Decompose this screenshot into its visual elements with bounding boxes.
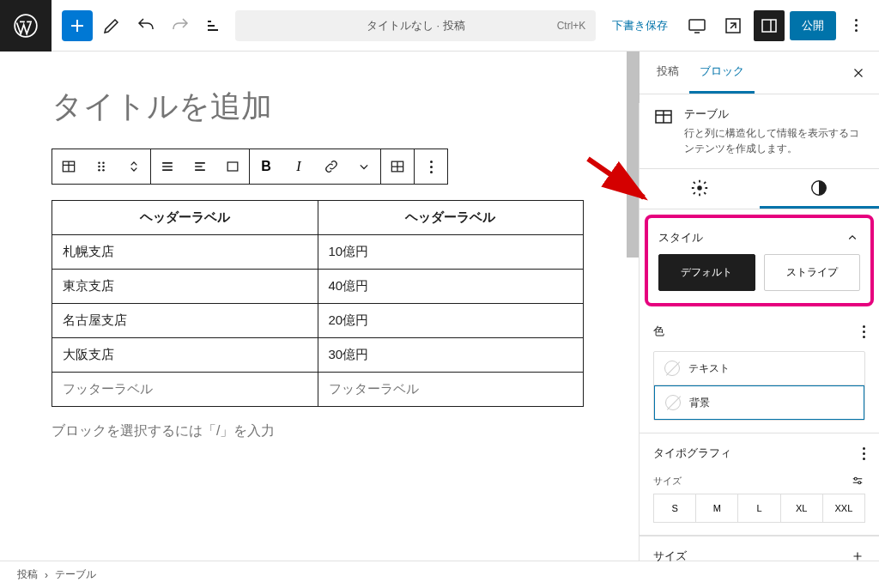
table-header-cell[interactable]: ヘッダーラベル <box>318 201 584 235</box>
sliders-icon[interactable] <box>850 473 865 488</box>
table-cell[interactable]: 20億円 <box>318 304 584 338</box>
table-footer-cell[interactable]: フッターラベル <box>318 373 584 407</box>
settings-sidebar-toggle[interactable] <box>754 10 785 41</box>
bold-icon: B <box>261 159 271 174</box>
document-overview-button[interactable] <box>199 10 230 41</box>
column-icon <box>224 158 241 175</box>
table-cell[interactable]: 名古屋支店 <box>52 304 318 338</box>
italic-button[interactable]: I <box>282 149 315 184</box>
typography-panel-head[interactable]: タイポグラフィ <box>640 433 879 473</box>
redo-button[interactable] <box>165 10 196 41</box>
color-text-item[interactable]: テキスト <box>654 352 864 385</box>
column-button[interactable] <box>216 149 249 184</box>
table-cell[interactable]: 札幌支店 <box>52 235 318 270</box>
publish-button[interactable]: 公開 <box>790 11 836 40</box>
block-options-button[interactable] <box>415 149 447 184</box>
bold-button[interactable]: B <box>250 149 282 184</box>
color-label: テキスト <box>688 361 730 376</box>
typography-panel: タイポグラフィ サイズ S M L XL XXL <box>640 433 879 536</box>
drag-handle[interactable] <box>85 149 118 184</box>
text-align-icon <box>191 158 209 175</box>
table-row: 大阪支店30億円 <box>52 338 584 373</box>
post-title-input[interactable]: タイトルを追加 <box>52 86 596 128</box>
add-block-button[interactable] <box>62 10 93 41</box>
block-subtabs <box>640 169 879 209</box>
style-stripes-button[interactable]: ストライプ <box>764 254 861 291</box>
wordpress-logo[interactable] <box>0 0 52 52</box>
panel-title: スタイル <box>658 230 703 246</box>
table-block[interactable]: ヘッダーラベル ヘッダーラベル 札幌支店10億円 東京支店40億円 名古屋支店2… <box>52 200 584 407</box>
options-menu-button[interactable] <box>841 10 872 41</box>
table-header-cell[interactable]: ヘッダーラベル <box>52 201 318 235</box>
sidebar-tabs: 投稿 ブロック <box>640 52 879 94</box>
undo-button[interactable] <box>130 10 161 41</box>
size-m-button[interactable]: M <box>696 494 738 522</box>
close-sidebar-button[interactable] <box>845 59 872 87</box>
svg-point-5 <box>98 162 100 165</box>
move-button[interactable] <box>118 149 150 184</box>
more-format-button[interactable] <box>348 149 380 184</box>
table-cell[interactable]: 10億円 <box>318 235 584 270</box>
block-toolbar: B I <box>52 149 448 185</box>
subtab-settings[interactable] <box>640 169 760 209</box>
size-xl-button[interactable]: XL <box>781 494 823 522</box>
block-appender-prompt[interactable]: ブロックを選択するには「/」を入力 <box>52 422 596 440</box>
sidebar-scrollbar[interactable] <box>627 52 640 103</box>
breadcrumb-table[interactable]: テーブル <box>55 567 96 582</box>
drag-icon <box>93 158 110 175</box>
dimensions-panel-head[interactable]: サイズ <box>640 536 879 576</box>
tab-post[interactable]: 投稿 <box>646 52 689 94</box>
styles-icon <box>809 179 828 197</box>
save-draft-button[interactable]: 下書き保存 <box>603 13 676 39</box>
preview-desktop-button[interactable] <box>682 10 712 41</box>
size-s-button[interactable]: S <box>654 494 696 522</box>
shortcut-hint: Ctrl+K <box>557 20 586 32</box>
edit-button[interactable] <box>96 10 127 41</box>
kebab-icon <box>855 19 858 32</box>
size-l-button[interactable]: L <box>738 494 780 522</box>
table-edit-icon <box>389 158 406 175</box>
table-row: 札幌支店10億円 <box>52 235 584 270</box>
align-button[interactable] <box>151 149 184 184</box>
color-panel: 色 テキスト 背景 <box>640 312 879 433</box>
size-xxl-button[interactable]: XXL <box>823 494 864 522</box>
top-toolbar: タイトルなし · 投稿 Ctrl+K 下書き保存 公開 <box>0 0 879 52</box>
svg-point-6 <box>102 162 105 165</box>
table-icon <box>60 158 77 175</box>
list-icon <box>204 15 225 36</box>
table-footer-cell[interactable]: フッターラベル <box>52 373 318 407</box>
svg-point-8 <box>102 166 105 168</box>
size-label: サイズ <box>653 475 682 488</box>
table-cell[interactable]: 40億円 <box>318 270 584 304</box>
style-panel-head[interactable]: スタイル <box>658 227 860 254</box>
pencil-icon <box>101 15 122 36</box>
chevron-up-icon <box>845 230 860 246</box>
plus-icon <box>67 15 88 36</box>
panel-title: サイズ <box>653 549 687 564</box>
edit-table-button[interactable] <box>381 149 414 184</box>
table-cell[interactable]: 大阪支店 <box>52 338 318 373</box>
table-header-row: ヘッダーラベル ヘッダーラベル <box>52 201 584 235</box>
text-align-button[interactable] <box>184 149 216 184</box>
table-icon <box>653 106 674 127</box>
preview-button[interactable] <box>718 10 749 41</box>
tab-block[interactable]: ブロック <box>689 52 755 94</box>
color-panel-head[interactable]: 色 <box>640 312 879 351</box>
document-title-bar[interactable]: タイトルなし · 投稿 Ctrl+K <box>235 10 596 41</box>
undo-icon <box>136 15 156 36</box>
subtab-styles[interactable] <box>760 169 880 209</box>
color-background-item[interactable]: 背景 <box>654 385 864 420</box>
block-type-button[interactable] <box>52 149 85 184</box>
link-button[interactable] <box>315 149 348 184</box>
close-icon <box>851 65 866 81</box>
breadcrumb-post[interactable]: 投稿 <box>17 567 38 582</box>
style-default-button[interactable]: デフォルト <box>658 254 755 291</box>
italic-icon: I <box>296 159 300 174</box>
redo-icon <box>170 15 191 36</box>
svg-rect-1 <box>689 20 705 30</box>
table-cell[interactable]: 30億円 <box>318 338 584 373</box>
sidebar-icon <box>759 15 779 36</box>
editor-canvas[interactable]: タイトルを追加 B I <box>0 52 639 561</box>
table-cell[interactable]: 東京支店 <box>52 270 318 304</box>
svg-point-16 <box>854 477 857 480</box>
